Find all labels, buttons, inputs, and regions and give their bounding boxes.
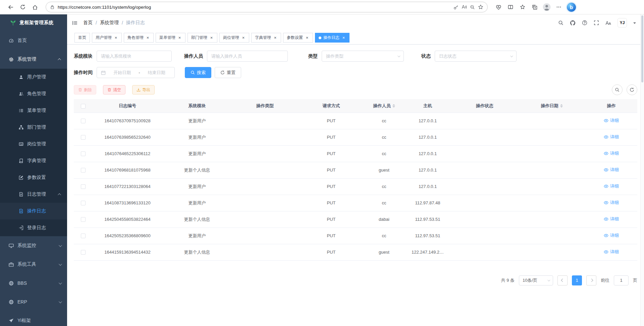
row-checkbox[interactable]	[81, 135, 86, 140]
tab-role-management[interactable]: 角色管理×	[124, 33, 154, 43]
detail-link[interactable]: 详细	[604, 183, 619, 189]
user-menu-caret-icon[interactable]	[633, 22, 636, 25]
sidebar-item-operation-log[interactable]: 操作日志	[0, 203, 67, 219]
row-checkbox[interactable]	[81, 168, 86, 173]
table-search-toggle-button[interactable]	[612, 84, 623, 95]
page-scrollbar[interactable]	[640, 14, 644, 326]
tab-home[interactable]: 首页	[74, 33, 90, 43]
date-range-picker[interactable]: 开始日期 - 结束日期	[97, 67, 175, 78]
status-select[interactable]: 日志状态	[435, 51, 517, 62]
row-checkbox[interactable]	[81, 250, 86, 255]
sidebar-item-dict-management[interactable]: 字典管理	[0, 152, 67, 169]
reset-button[interactable]: 重置	[215, 67, 241, 78]
page-number-button[interactable]: 1	[572, 275, 582, 285]
sidebar-item-erp[interactable]: ERP	[0, 292, 67, 311]
export-button[interactable]: 导出	[132, 85, 155, 94]
sidebar-item-system-management[interactable]: 系统管理	[0, 50, 67, 69]
row-checkbox[interactable]	[81, 201, 86, 205]
tab-close-icon[interactable]: ×	[305, 36, 309, 40]
row-checkbox[interactable]	[81, 217, 86, 222]
row-checkbox[interactable]	[81, 234, 86, 238]
sidebar-item-user-management[interactable]: 用户管理	[0, 69, 67, 85]
breadcrumb-item-home[interactable]: 首页	[83, 20, 93, 26]
delete-button[interactable]: 删除	[74, 85, 96, 94]
detail-link[interactable]: 详细	[604, 134, 619, 140]
help-button[interactable]	[582, 20, 587, 25]
browser-menu-button[interactable]	[553, 1, 565, 13]
sidebar-item-post-management[interactable]: 岗位管理	[0, 136, 67, 152]
header-search-button[interactable]	[558, 20, 564, 25]
prev-page-button[interactable]	[557, 275, 568, 285]
tab-close-icon[interactable]: ×	[209, 36, 214, 40]
sidebar-item-system-tools[interactable]: 系统工具	[0, 255, 67, 274]
sidebar-item-bbs[interactable]: BBS	[0, 274, 67, 292]
clear-button[interactable]: 清空	[103, 85, 125, 94]
favorites-button[interactable]	[517, 1, 529, 13]
sidebar-item-home[interactable]: 首页	[0, 31, 67, 50]
next-page-button[interactable]	[586, 275, 596, 285]
sidebar-item-yi-framework[interactable]: Yi框架	[0, 311, 67, 326]
copilot-button[interactable]: b	[567, 3, 576, 12]
col-operator[interactable]: 操作人员	[364, 99, 404, 113]
browser-refresh-button[interactable]	[17, 1, 29, 13]
tab-operation-log[interactable]: 操作日志×	[315, 33, 350, 43]
url-text[interactable]: https://ccnetcore.com:1101/system/log/op…	[58, 5, 450, 10]
detail-link[interactable]: 详细	[604, 167, 619, 173]
detail-link[interactable]: 详细	[604, 118, 619, 124]
sidebar-toggle-button[interactable]	[72, 20, 78, 26]
github-link-button[interactable]	[570, 20, 576, 26]
breadcrumb-item-system[interactable]: 系统管理	[100, 20, 119, 26]
zoom-out-icon[interactable]	[470, 5, 475, 10]
fullscreen-button[interactable]	[594, 20, 599, 25]
tab-close-icon[interactable]: ×	[273, 36, 277, 40]
split-screen-button[interactable]	[504, 1, 517, 13]
address-bar[interactable]: https://ccnetcore.com:1101/system/log/op…	[46, 2, 488, 12]
select-all-checkbox[interactable]	[81, 104, 86, 109]
table-refresh-button[interactable]	[627, 84, 637, 95]
col-operation-date[interactable]: 操作日期	[518, 99, 585, 113]
browser-back-button[interactable]	[5, 1, 17, 13]
page-size-select[interactable]: 10条/页	[519, 275, 553, 285]
font-size-button[interactable]	[605, 20, 611, 26]
sidebar-item-system-monitor[interactable]: 系统监控	[0, 236, 67, 255]
type-select[interactable]: 操作类型	[322, 51, 404, 62]
tab-param-settings[interactable]: 参数设置×	[283, 33, 313, 43]
search-button[interactable]: 搜索	[185, 67, 211, 78]
tab-dict-management[interactable]: 字典管理×	[251, 33, 281, 43]
detail-link[interactable]: 详细	[604, 216, 619, 222]
tab-menu-management[interactable]: 菜单管理×	[156, 33, 185, 43]
tab-close-icon[interactable]: ×	[114, 36, 118, 40]
sidebar-item-menu-management[interactable]: 菜单管理	[0, 102, 67, 119]
detail-link[interactable]: 详细	[604, 150, 619, 156]
tab-close-icon[interactable]: ×	[241, 36, 246, 40]
browser-profile-button[interactable]	[541, 1, 553, 13]
user-avatar[interactable]: YJ	[618, 18, 627, 27]
tab-close-icon[interactable]: ×	[341, 36, 346, 40]
scrollbar-thumb[interactable]	[641, 15, 643, 82]
detail-link[interactable]: 详细	[604, 200, 619, 206]
sidebar-item-dept-management[interactable]: 部门管理	[0, 119, 67, 136]
browser-essentials-button[interactable]	[492, 1, 504, 13]
sort-carets-icon[interactable]	[560, 104, 563, 108]
tab-close-icon[interactable]: ×	[146, 36, 150, 40]
detail-link[interactable]: 详细	[604, 249, 619, 255]
collections-button[interactable]	[529, 1, 541, 13]
row-checkbox[interactable]	[81, 119, 86, 123]
sort-carets-icon[interactable]	[392, 104, 395, 108]
row-checkbox[interactable]	[81, 151, 86, 156]
browser-home-button[interactable]	[29, 1, 41, 13]
module-input[interactable]	[101, 54, 167, 59]
sidebar-item-role-management[interactable]: 角色管理	[0, 85, 67, 102]
password-key-icon[interactable]	[453, 5, 459, 10]
row-checkbox[interactable]	[81, 184, 86, 189]
tab-dept-management[interactable]: 部门管理×	[187, 33, 217, 43]
add-favorite-star-icon[interactable]	[478, 4, 483, 10]
tab-post-management[interactable]: 岗位管理×	[219, 33, 249, 43]
operator-input[interactable]	[211, 54, 283, 59]
goto-page-input[interactable]	[614, 275, 629, 285]
detail-link[interactable]: 详细	[604, 233, 619, 239]
sidebar-item-param-settings[interactable]: 参数设置	[0, 169, 67, 186]
sidebar-item-log-management[interactable]: 日志管理	[0, 186, 67, 203]
tab-user-management[interactable]: 用户管理×	[92, 33, 122, 43]
read-aloud-icon[interactable]	[462, 4, 467, 10]
